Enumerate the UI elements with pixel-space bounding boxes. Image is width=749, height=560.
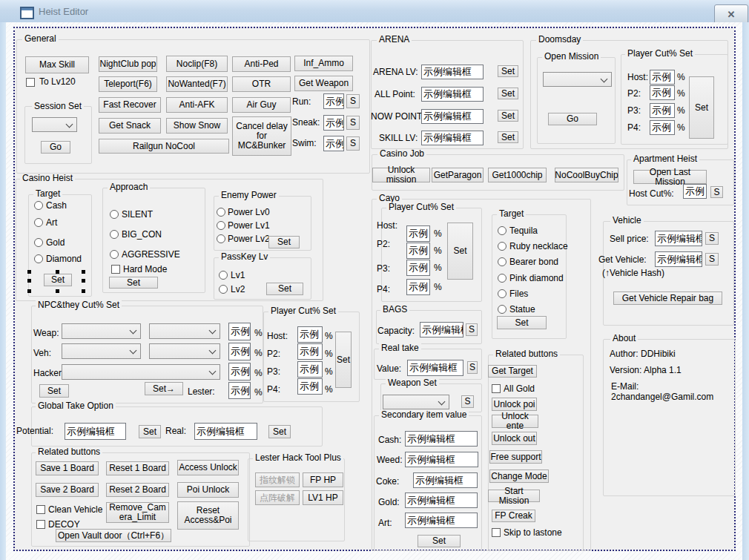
radio-big-con-label[interactable]: BIG_CON xyxy=(122,229,162,240)
fast-recover-button[interactable]: Fast Recover xyxy=(99,97,161,113)
radio-diamond-label[interactable]: Diamond xyxy=(46,254,82,264)
radio-power-lv1-label[interactable]: Power Lv1 xyxy=(228,220,270,231)
session-combo[interactable] xyxy=(32,117,77,132)
lester-cut-input[interactable]: 示例 xyxy=(228,382,251,399)
get-weapon-button[interactable]: Get Weapon xyxy=(294,76,353,91)
selection-handle[interactable] xyxy=(27,289,31,293)
skill-lv-set-button[interactable]: Set xyxy=(498,131,518,143)
nocoolbuychip-button[interactable]: NoCoolBuyChip xyxy=(555,168,618,182)
radio-passkey-lv2[interactable] xyxy=(219,285,228,294)
ch-target-set-button[interactable]: Set xyxy=(44,274,72,286)
radio-tequila-label[interactable]: Tequila xyxy=(509,225,538,236)
cayo-target-set-button[interactable]: Set xyxy=(497,316,547,329)
sneak-input[interactable]: 示例 xyxy=(323,115,344,131)
dd-host-input[interactable]: 示例 xyxy=(650,70,675,85)
doomsday-go-button[interactable]: Go xyxy=(548,113,597,125)
sell-price-input[interactable]: 示例编辑框 xyxy=(655,231,702,246)
hard-mode-label[interactable]: Hard Mode xyxy=(123,264,167,274)
mid-host-input[interactable]: 示例 xyxy=(297,326,323,343)
to-lv120-checkbox[interactable] xyxy=(26,78,35,87)
radio-power-lv2-label[interactable]: Power Lv2 xyxy=(228,234,270,244)
reset-1-board-button[interactable]: Reset 1 Board xyxy=(106,461,169,475)
inf-ammo-button[interactable]: Inf_Ammo xyxy=(294,56,353,71)
get-vehicle-s-button[interactable]: S xyxy=(705,253,719,266)
nowanted-button[interactable]: NoWanted(F7) xyxy=(166,76,228,92)
dd-p3-input[interactable]: 示例 xyxy=(650,103,675,118)
skill-lv-input[interactable]: 示例编辑框 xyxy=(421,131,484,145)
mid-cut-set-button[interactable]: Set xyxy=(335,332,352,388)
doomsday-cut-set-button[interactable]: Set xyxy=(689,76,714,139)
sec-coke-input[interactable]: 示例编辑框 xyxy=(413,472,478,488)
all-gold-checkbox[interactable] xyxy=(492,384,501,393)
dd-p4-input[interactable]: 示例 xyxy=(650,120,675,135)
apartment-host-cut-input[interactable]: 示例 xyxy=(683,184,707,199)
sneak-s-button[interactable]: S xyxy=(346,116,360,130)
selection-handle[interactable] xyxy=(27,279,31,283)
decoy-checkbox[interactable] xyxy=(36,520,45,529)
close-button[interactable]: ✕ xyxy=(714,4,748,24)
poi-unlock-button[interactable]: Poi Unlock xyxy=(177,482,239,498)
radio-tequila[interactable] xyxy=(498,226,507,235)
otr-button[interactable]: OTR xyxy=(232,76,291,92)
potential-set-button[interactable]: Set xyxy=(139,425,161,438)
radio-ruby-necklace[interactable] xyxy=(498,242,507,251)
radio-power-lv0[interactable] xyxy=(217,208,225,217)
clean-vehicle-label[interactable]: Clean Vehicle xyxy=(48,504,102,515)
max-skill-button[interactable]: Max Skill xyxy=(25,56,89,73)
radio-silent-label[interactable]: SILENT xyxy=(122,209,153,220)
sell-price-s-button[interactable]: S xyxy=(705,232,719,245)
hacker-combo[interactable] xyxy=(62,364,220,380)
cayo-p4-input[interactable]: 示例 xyxy=(406,279,430,295)
npc-set-arrow-button[interactable]: Set→ xyxy=(145,382,183,395)
change-mode-button[interactable]: Change Mode xyxy=(489,470,549,483)
radio-big-con[interactable] xyxy=(110,230,119,239)
radio-art[interactable] xyxy=(34,218,43,227)
fp-hp-button[interactable]: FP HP xyxy=(303,472,343,487)
save-2-board-button[interactable]: Save 2 Board xyxy=(36,483,99,497)
selection-handle[interactable] xyxy=(82,270,85,274)
radio-cash-label[interactable]: Cash xyxy=(46,200,67,211)
skip-to-lastone-checkbox[interactable] xyxy=(492,528,501,537)
unlock-poi-button[interactable]: Unlock poi xyxy=(492,398,537,411)
veh-combo-1[interactable] xyxy=(62,343,141,359)
teleport-button[interactable]: Teleport(F6) xyxy=(99,76,157,92)
weapon-set-combo[interactable] xyxy=(383,395,449,409)
anti-afk-button[interactable]: Anti-AFK xyxy=(166,97,228,113)
free-support-button[interactable]: Free support xyxy=(489,450,542,464)
radio-bearer-bond-label[interactable]: Bearer bond xyxy=(509,257,558,267)
selection-handle[interactable] xyxy=(56,270,59,274)
sec-gold-input[interactable]: 示例编辑框 xyxy=(405,493,478,508)
radio-cash[interactable] xyxy=(34,201,43,210)
clean-vehicle-checkbox[interactable] xyxy=(36,505,45,514)
all-point-input[interactable]: 示例编辑框 xyxy=(421,87,484,102)
real-input[interactable]: 示例编辑框 xyxy=(194,423,257,440)
radio-ruby-necklace-label[interactable]: Ruby necklace xyxy=(509,241,568,251)
get1000chip-button[interactable]: Get1000chip xyxy=(488,168,547,182)
run-input[interactable]: 示例 xyxy=(323,93,344,109)
selection-handle[interactable] xyxy=(27,270,31,274)
arena-lv-input[interactable]: 示例编辑框 xyxy=(421,65,484,79)
save-1-board-button[interactable]: Save 1 Board xyxy=(36,461,99,475)
mid-p2-input[interactable]: 示例 xyxy=(297,343,323,360)
cancel-delay-button[interactable]: Cancel delay for MC&Bunker xyxy=(232,116,291,156)
dd-p2-input[interactable]: 示例 xyxy=(650,85,675,100)
veh-cut-input[interactable]: 示例 xyxy=(228,343,251,360)
reset-2-board-button[interactable]: Reset 2 Board xyxy=(106,483,169,497)
mid-p4-input[interactable]: 示例 xyxy=(297,378,323,395)
hacker-cut-input[interactable]: 示例 xyxy=(228,363,251,381)
run-s-button[interactable]: S xyxy=(346,94,360,108)
capacity-input[interactable]: 示例编辑框 xyxy=(420,322,463,337)
get-snack-button[interactable]: Get Snack xyxy=(99,118,161,134)
cayo-p2-input[interactable]: 示例 xyxy=(406,243,430,259)
radio-files[interactable] xyxy=(498,289,507,298)
fingerprint-unlock-button[interactable]: 指纹解锁 xyxy=(255,472,300,487)
noclip-button[interactable]: Noclip(F8) xyxy=(166,56,228,72)
reset-access-poi-button[interactable]: Reset Access&Poi xyxy=(177,501,239,530)
get-vehicle-input[interactable]: 示例编辑框 xyxy=(655,251,702,267)
anti-ped-button[interactable]: Anti-Ped xyxy=(232,56,291,72)
railgun-nocool-button[interactable]: Railgun NoCool xyxy=(99,139,229,154)
weap-cut-input[interactable]: 示例 xyxy=(228,323,251,340)
weap-combo-1[interactable] xyxy=(62,323,141,339)
enemy-power-set-button[interactable]: Set xyxy=(268,236,300,248)
unlock-ente-button[interactable]: Unlock ente xyxy=(492,415,538,428)
